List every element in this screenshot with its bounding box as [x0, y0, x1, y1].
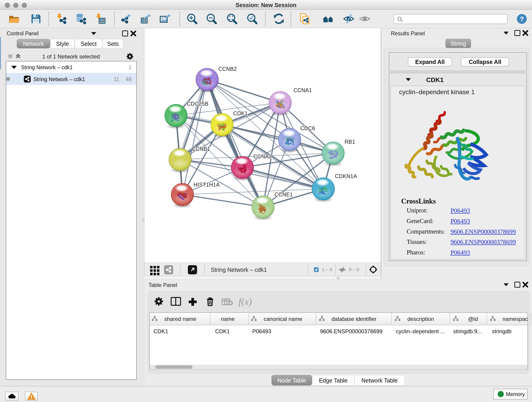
svg-text:CCNB1: CCNB1 [192, 146, 210, 152]
svg-text:HIST1H1A: HIST1H1A [194, 182, 220, 188]
svg-text:CDK1: CDK1 [233, 110, 248, 116]
svg-text:CDC25B: CDC25B [187, 101, 209, 107]
svg-text:CCNA1: CCNA1 [293, 87, 312, 93]
svg-text:CCNE1: CCNE1 [274, 191, 293, 198]
svg-text:CDC6: CDC6 [300, 125, 315, 131]
svg-text:RB1: RB1 [345, 139, 355, 145]
svg-text:CCNA2: CCNA2 [253, 153, 272, 160]
svg-text:CDKN1A: CDKN1A [335, 173, 357, 179]
svg-text:CCNB2: CCNB2 [218, 66, 237, 72]
